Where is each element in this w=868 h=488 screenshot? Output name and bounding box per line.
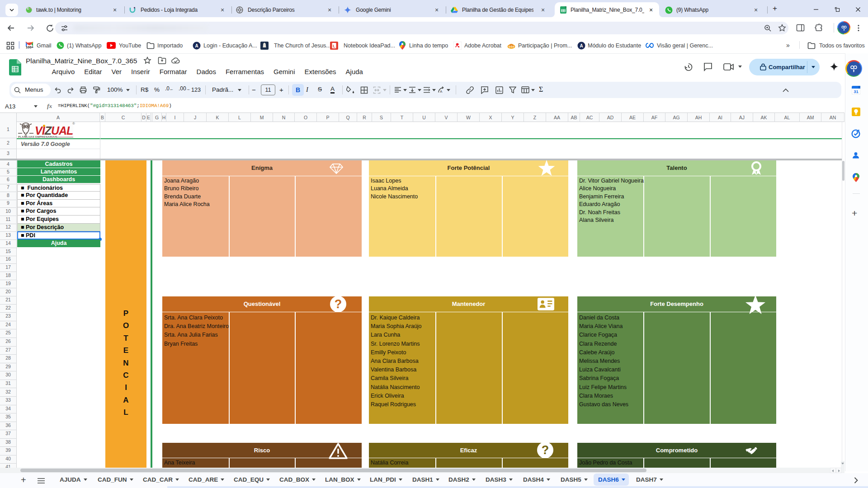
svg-text:100+: 100+ [26,45,34,49]
svg-text:L: L [333,44,335,48]
svg-text:A: A [440,89,443,93]
svg-text:A: A [580,43,583,48]
svg-text:A: A [195,43,198,48]
svg-text:31: 31 [854,89,859,94]
